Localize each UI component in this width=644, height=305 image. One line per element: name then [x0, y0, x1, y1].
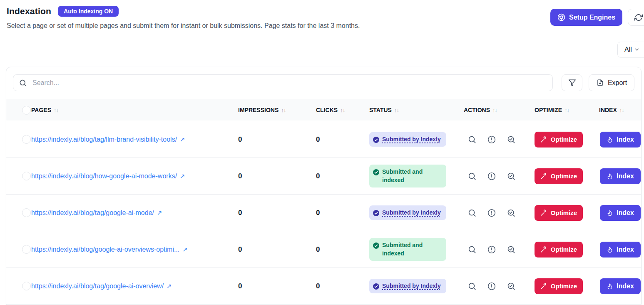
- sort-icon[interactable]: ↑↓: [281, 107, 286, 113]
- status-badge: Submitted and indexed: [369, 238, 446, 261]
- status-cell: Submitted and indexed: [369, 165, 464, 188]
- check-index-button[interactable]: [507, 135, 516, 144]
- impressions-cell: 0: [238, 209, 316, 217]
- column-header-pages[interactable]: PAGES ↑↓: [31, 107, 58, 113]
- page-link[interactable]: https://indexly.ai/blog/tag/google-ai-ov…: [31, 282, 172, 290]
- column-header-optimize[interactable]: OPTIMIZE↑↓: [535, 107, 599, 113]
- filter-button[interactable]: [562, 74, 582, 91]
- search-check-icon: [507, 245, 516, 254]
- sort-icon[interactable]: ↑↓: [394, 107, 399, 113]
- search-icon: [467, 208, 477, 218]
- issues-button[interactable]: [487, 282, 496, 291]
- impressions-cell: 0: [238, 135, 316, 144]
- status-cell: Submitted by Indexly: [369, 279, 464, 294]
- status-cell: Submitted by Indexly: [369, 132, 464, 147]
- page-cell: https://indexly.ai/blog/how-google-ai-mo…: [31, 172, 238, 180]
- engine-filter-dropdown[interactable]: All: [617, 42, 644, 58]
- check-index-button[interactable]: [507, 172, 516, 181]
- column-header-index[interactable]: INDEX↑↓: [599, 107, 641, 113]
- inspect-button[interactable]: [467, 135, 477, 144]
- index-button[interactable]: Index: [600, 205, 641, 221]
- flame-icon: [607, 173, 613, 180]
- sort-icon[interactable]: ↑↓: [340, 107, 345, 113]
- search-box: [13, 74, 553, 91]
- index-button[interactable]: Index: [600, 132, 641, 148]
- row-checkbox[interactable]: [22, 282, 31, 290]
- optimize-button[interactable]: Optimize: [535, 205, 583, 221]
- search-input[interactable]: [32, 79, 547, 87]
- external-link-icon: ↗: [157, 209, 162, 217]
- table-body: https://indexly.ai/blog/tag/llm-brand-vi…: [6, 121, 641, 305]
- page-link[interactable]: https://indexly.ai/blog/how-google-ai-mo…: [31, 172, 185, 180]
- clicks-cell: 0: [316, 245, 369, 254]
- index-button[interactable]: Index: [600, 278, 641, 294]
- file-download-icon: [596, 79, 604, 87]
- check-index-button[interactable]: [507, 282, 516, 291]
- page-title: Indexation: [7, 6, 51, 16]
- setup-engines-button[interactable]: Setup Engines: [550, 9, 622, 26]
- select-all-checkbox[interactable]: [22, 106, 31, 115]
- optimize-label: Optimize: [551, 136, 577, 143]
- optimize-cell: Optimize: [535, 132, 599, 148]
- optimize-button[interactable]: Optimize: [535, 242, 583, 258]
- inspect-button[interactable]: [467, 245, 477, 254]
- page-link[interactable]: https://indexly.ai/blog/tag/llm-brand-vi…: [31, 136, 185, 143]
- flame-icon: [607, 246, 613, 253]
- column-header-clicks[interactable]: CLICKS↑↓: [316, 107, 369, 113]
- refresh-button[interactable]: [628, 9, 644, 26]
- page-cell: https://indexly.ai/blog/tag/llm-brand-vi…: [31, 136, 238, 143]
- column-header-impressions[interactable]: IMPRESSIONS↑↓: [238, 107, 316, 113]
- optimize-cell: Optimize: [535, 242, 599, 258]
- issues-button[interactable]: [487, 172, 496, 181]
- export-button[interactable]: Export: [589, 74, 634, 91]
- optimize-cell: Optimize: [535, 205, 599, 221]
- page-cell: https://indexly.ai/blog/google-ai-overvi…: [31, 246, 238, 253]
- sort-icon[interactable]: ↑↓: [564, 107, 569, 113]
- page-url-text: https://indexly.ai/blog/google-ai-overvi…: [31, 246, 179, 253]
- magic-wand-icon: [540, 282, 547, 290]
- clicks-value: 0: [316, 282, 320, 290]
- inspect-button[interactable]: [467, 172, 477, 181]
- external-link-icon: ↗: [180, 172, 185, 180]
- sort-icon[interactable]: ↑↓: [54, 107, 58, 113]
- actions-cell: [464, 282, 535, 291]
- column-header-status[interactable]: STATUS↑↓: [369, 107, 464, 113]
- inspect-button[interactable]: [467, 208, 477, 218]
- check-circle-icon: [373, 137, 379, 143]
- issues-button[interactable]: [487, 208, 496, 218]
- optimize-button[interactable]: Optimize: [535, 132, 583, 148]
- status-badge: Submitted and indexed: [369, 165, 446, 188]
- external-link-icon: ↗: [167, 282, 172, 290]
- row-checkbox[interactable]: [22, 208, 31, 217]
- index-label: Index: [617, 246, 634, 253]
- row-checkbox[interactable]: [22, 135, 31, 144]
- clicks-value: 0: [316, 245, 320, 253]
- alert-circle-icon: [487, 282, 496, 291]
- chevron-down-icon: [634, 47, 640, 52]
- issues-button[interactable]: [487, 245, 496, 254]
- index-cell: Index: [599, 242, 641, 258]
- row-checkbox[interactable]: [22, 172, 31, 180]
- search-icon: [467, 172, 477, 181]
- page-link[interactable]: https://indexly.ai/blog/google-ai-overvi…: [31, 246, 188, 253]
- optimize-button[interactable]: Optimize: [535, 168, 583, 184]
- impressions-value: 0: [238, 135, 242, 143]
- engine-filter-value: All: [624, 46, 632, 53]
- sort-icon[interactable]: ↑↓: [492, 107, 497, 113]
- row-checkbox[interactable]: [22, 245, 31, 254]
- check-index-button[interactable]: [507, 245, 516, 254]
- issues-button[interactable]: [487, 135, 496, 144]
- status-cell: Submitted and indexed: [369, 238, 464, 261]
- page-link[interactable]: https://indexly.ai/blog/tag/google-ai-mo…: [31, 209, 162, 217]
- impressions-cell: 0: [238, 245, 316, 254]
- search-icon: [19, 79, 27, 87]
- index-button[interactable]: Index: [600, 168, 641, 184]
- column-header-actions[interactable]: ACTIONS↑↓: [464, 107, 535, 113]
- page-description: Select a page or set of multiple pages a…: [7, 22, 360, 30]
- check-index-button[interactable]: [507, 208, 516, 218]
- optimize-label: Optimize: [551, 209, 577, 216]
- index-button[interactable]: Index: [600, 242, 641, 258]
- optimize-button[interactable]: Optimize: [535, 278, 583, 294]
- sort-icon[interactable]: ↑↓: [619, 107, 624, 113]
- inspect-button[interactable]: [467, 282, 477, 291]
